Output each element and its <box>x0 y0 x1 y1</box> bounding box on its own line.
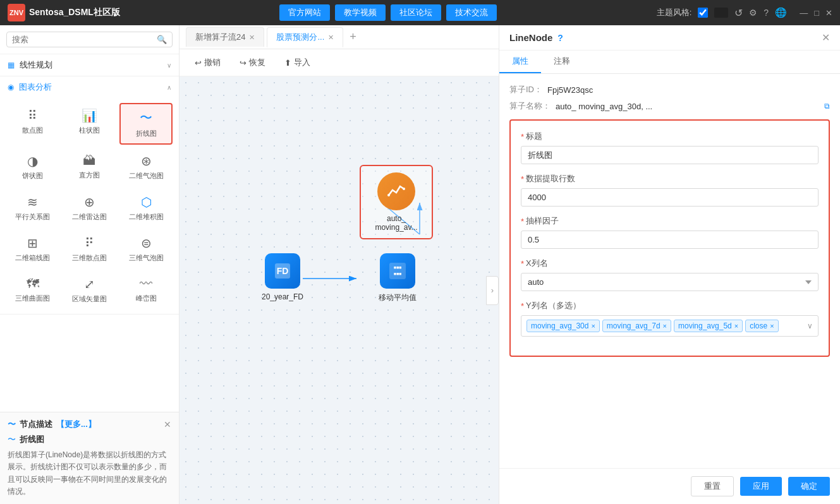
refresh-icon[interactable]: ↺ <box>734 7 743 19</box>
reset-btn[interactable]: 重置 <box>691 476 734 496</box>
desc-title-icon: 〜 <box>8 419 16 430</box>
sidebar-item-histogram[interactable]: 🏔 直方图 <box>63 148 116 186</box>
rows-input[interactable] <box>521 188 819 207</box>
right-panel-close-btn[interactable]: ✕ <box>822 32 830 44</box>
minimize-btn[interactable]: — <box>800 8 808 18</box>
form-section: * 标题 * 数据提取行数 * 抽样因子 <box>509 119 830 357</box>
sidebar-search-area: 🔍 <box>0 25 179 54</box>
sidebar-item-bar[interactable]: 📊 柱状图 <box>63 103 116 145</box>
sample-label-text: 抽样因子 <box>526 215 559 227</box>
form-field-ycol: * Y列名（多选） moving_avg_30d × moving_avg_7d… <box>521 300 819 337</box>
vector-icon: ⤢ <box>84 277 95 292</box>
close-btn[interactable]: ✕ <box>825 8 832 18</box>
algo-name-row: 算子名称： auto_ moving_avg_30d, ... ⧉ <box>509 100 830 112</box>
confirm-btn[interactable]: 确定 <box>788 477 830 496</box>
tab-stock[interactable]: 股票预测分... ✕ <box>267 27 343 47</box>
svg-point-9 <box>387 194 390 196</box>
stack2d-label: 二维堆积图 <box>129 212 164 222</box>
right-tab-notes[interactable]: 注释 <box>541 51 583 73</box>
sidebar-category-chart: ◉ 图表分析 ∧ ⠿ 散点图 📊 柱状图 〜 折线图 <box>0 76 179 315</box>
linear-arrow: ∨ <box>167 62 171 69</box>
sidebar-item-line[interactable]: 〜 折线图 <box>119 103 173 145</box>
theme-checkbox[interactable] <box>698 8 708 18</box>
desc-text: 折线图算子(LineNode)是将数据以折线图的方式展示。折线统计图不仅可以表示… <box>8 449 171 498</box>
ycol-dropdown-icon[interactable]: ∨ <box>807 321 813 330</box>
algo-id-row: 算子ID： Fpj5W23qsc <box>509 84 830 95</box>
sample-input[interactable] <box>521 231 819 249</box>
boxplot2d-label: 二维箱线图 <box>15 253 50 263</box>
bubble3d-label: 三维气泡图 <box>129 253 164 263</box>
desc-close-btn[interactable]: ✕ <box>164 419 171 429</box>
radar2d-label: 二维雷达图 <box>72 212 107 222</box>
parallel-icon: ≋ <box>27 195 38 210</box>
sidebar-item-pie[interactable]: ◑ 饼状图 <box>6 148 59 186</box>
nav-btn-tech[interactable]: 技术交流 <box>446 4 497 21</box>
ycol-tag-1-close[interactable]: × <box>663 322 667 330</box>
sidebar-category-chart-header[interactable]: ◉ 图表分析 ∧ <box>0 76 179 98</box>
import-btn[interactable]: ⬆ 导入 <box>279 54 315 71</box>
node-avg[interactable]: ■■■ ■■■ 移动平均值 <box>379 253 417 303</box>
ycol-tag-3-label: close <box>750 321 767 330</box>
linear-label: 线性规划 <box>20 59 52 71</box>
undo-btn[interactable]: ↩ 撤销 <box>190 54 226 71</box>
search-box[interactable]: 🔍 <box>6 32 173 47</box>
title-input[interactable] <box>521 146 819 164</box>
sidebar-item-surface3d[interactable]: 🗺 三维曲面图 <box>6 272 59 309</box>
nav-btn-tutorial[interactable]: 教学视频 <box>335 4 386 21</box>
right-panel-footer: 重置 应用 确定 <box>499 468 840 504</box>
sidebar-item-stack2d[interactable]: ⬡ 二维堆积图 <box>119 189 173 227</box>
scatter3d-icon: ⠟ <box>85 236 94 251</box>
tab-stock-close[interactable]: ✕ <box>328 33 334 42</box>
nav-btn-forum[interactable]: 社区论坛 <box>391 4 441 21</box>
ycol-tags-input[interactable]: moving_avg_30d × moving_avg_7d × moving_… <box>521 315 819 337</box>
sidebar-item-parallel[interactable]: ≋ 平行关系图 <box>6 189 59 227</box>
help-icon[interactable]: ? <box>764 8 769 18</box>
sidebar-item-vector[interactable]: ⤢ 区域矢量图 <box>63 272 116 309</box>
panel-collapse-btn[interactable]: › <box>486 276 499 305</box>
tab-flow24[interactable]: 新增算子流24 ✕ <box>186 27 264 47</box>
sidebar-item-ridge[interactable]: 〰 峰峦图 <box>119 272 173 309</box>
sidebar-item-bubble2d[interactable]: ⊛ 二维气泡图 <box>119 148 173 186</box>
xcol-select[interactable]: auto date close <box>521 273 819 291</box>
svg-text:FD: FD <box>277 266 289 276</box>
ycol-tag-2-close[interactable]: × <box>734 322 738 330</box>
rows-field-label: * 数据提取行数 <box>521 173 819 184</box>
node-fd[interactable]: FD 20_year_FD <box>262 253 303 301</box>
canvas-workspace[interactable]: FD 20_year_FD ■■■ ■■■ 移动平均值 <box>180 76 499 504</box>
sidebar-item-boxplot2d[interactable]: ⊞ 二维箱线图 <box>6 231 59 268</box>
settings-icon[interactable]: ⚙ <box>749 8 757 18</box>
copy-icon[interactable]: ⧉ <box>824 102 830 111</box>
toolbar: ↩ 撤销 ↪ 恢复 ⬆ 导入 <box>180 49 499 76</box>
nav-btn-official[interactable]: 官方网站 <box>279 4 330 21</box>
rows-required-star: * <box>521 174 524 184</box>
form-field-xcol: * X列名 auto date close <box>521 258 819 291</box>
ycol-tag-1-label: moving_avg_7d <box>607 321 660 330</box>
right-panel: LineNode ? ✕ 属性 注释 算子ID： Fpj5W23qsc 算子名称… <box>499 25 840 504</box>
globe-icon[interactable]: 🌐 <box>775 7 787 18</box>
search-input[interactable] <box>12 35 153 44</box>
sidebar-item-scatter3d[interactable]: ⠟ 三维散点图 <box>63 231 116 268</box>
node-line-icon <box>386 181 406 201</box>
right-panel-help-icon[interactable]: ? <box>557 33 563 43</box>
apply-btn[interactable]: 应用 <box>740 477 782 496</box>
sidebar-category-linear-header[interactable]: ▦ 线性规划 ∨ <box>0 54 179 76</box>
tab-flow24-close[interactable]: ✕ <box>249 33 255 42</box>
tab-add-btn[interactable]: + <box>346 30 360 44</box>
right-panel-title-text: LineNode <box>509 32 552 43</box>
sidebar-item-bubble3d[interactable]: ⊜ 三维气泡图 <box>119 231 173 268</box>
sample-required-star: * <box>521 217 524 226</box>
search-icon: 🔍 <box>157 35 167 44</box>
more-link[interactable]: 【更多...】 <box>56 419 96 430</box>
node-line-wrapper[interactable]: auto_ moving_av... <box>360 165 433 239</box>
ycol-tag-0-close[interactable]: × <box>591 322 595 330</box>
canvas-arrows <box>180 76 499 504</box>
chart-grid: ⠿ 散点图 📊 柱状图 〜 折线图 ◑ 饼状图 <box>0 98 179 314</box>
ycol-tag-3-close[interactable]: × <box>770 322 774 330</box>
sidebar-item-scatter[interactable]: ⠿ 散点图 <box>6 103 59 145</box>
svg-point-10 <box>403 188 405 190</box>
right-panel-title: LineNode ? <box>509 32 563 43</box>
redo-btn[interactable]: ↪ 恢复 <box>234 54 271 71</box>
maximize-btn[interactable]: □ <box>814 8 819 18</box>
sidebar-item-radar2d[interactable]: ⊕ 二维雷达图 <box>63 189 116 227</box>
right-tab-properties[interactable]: 属性 <box>499 51 541 73</box>
